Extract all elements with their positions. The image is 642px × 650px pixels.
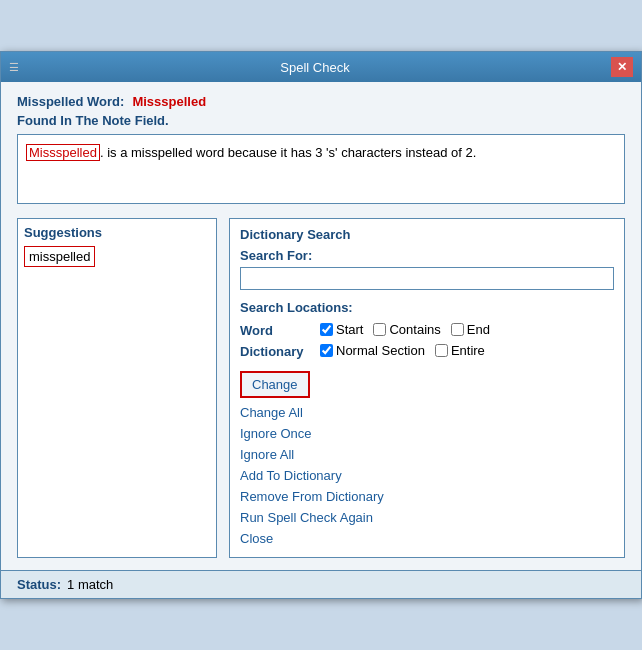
suggestion-item[interactable]: misspelled xyxy=(24,246,95,267)
remove-from-dictionary-button[interactable]: Remove From Dictionary xyxy=(240,486,614,507)
found-in-label: Found In The Note Field. xyxy=(17,113,625,128)
search-input[interactable] xyxy=(240,267,614,290)
word-end-label: End xyxy=(467,322,490,337)
search-grid: Word Start Contains End xyxy=(240,321,614,359)
word-contains-checkbox[interactable] xyxy=(373,323,386,336)
search-for-label: Search For: xyxy=(240,248,614,263)
dictionary-label: Dictionary xyxy=(240,342,320,359)
change-button[interactable]: Change xyxy=(240,371,310,398)
dictionary-search-title: Dictionary Search xyxy=(240,227,614,242)
ignore-all-button[interactable]: Ignore All xyxy=(240,444,614,465)
dictionary-search-panel: Dictionary Search Search For: Search Loc… xyxy=(229,218,625,558)
two-column-layout: Suggestions misspelled Dictionary Search… xyxy=(17,218,625,558)
word-start-label: Start xyxy=(336,322,363,337)
entire-checkbox-label[interactable]: Entire xyxy=(435,343,485,358)
word-checkboxes: Start Contains End xyxy=(320,321,614,338)
close-button[interactable]: Close xyxy=(240,528,614,549)
normal-section-label: Normal Section xyxy=(336,343,425,358)
status-bar: Status: 1 match xyxy=(1,570,641,598)
spell-check-window: ☰ Spell Check ✕ Misspelled Word: Missspe… xyxy=(0,51,642,599)
entire-label: Entire xyxy=(451,343,485,358)
status-label: Status: xyxy=(17,577,61,592)
word-start-checkbox-label[interactable]: Start xyxy=(320,322,363,337)
word-end-checkbox-label[interactable]: End xyxy=(451,322,490,337)
status-value: 1 match xyxy=(67,577,113,592)
explanation-box: Missspelled. is a misspelled word becaus… xyxy=(17,134,625,204)
explanation-text: . is a misspelled word because it has 3 … xyxy=(100,145,476,160)
word-start-checkbox[interactable] xyxy=(320,323,333,336)
title-bar: ☰ Spell Check ✕ xyxy=(1,52,641,82)
add-to-dictionary-button[interactable]: Add To Dictionary xyxy=(240,465,614,486)
misspelled-label: Misspelled Word: xyxy=(17,94,124,109)
misspelled-word: Missspelled xyxy=(132,94,206,109)
entire-checkbox[interactable] xyxy=(435,344,448,357)
ignore-once-button[interactable]: Ignore Once xyxy=(240,423,614,444)
suggestions-title: Suggestions xyxy=(24,225,210,240)
close-window-button[interactable]: ✕ xyxy=(611,57,633,77)
highlighted-word: Missspelled xyxy=(26,144,100,161)
change-all-button[interactable]: Change All xyxy=(240,402,614,423)
window-icon: ☰ xyxy=(9,61,19,74)
word-label: Word xyxy=(240,321,320,338)
search-locations-label: Search Locations: xyxy=(240,300,614,315)
normal-section-checkbox-label[interactable]: Normal Section xyxy=(320,343,425,358)
run-spell-check-button[interactable]: Run Spell Check Again xyxy=(240,507,614,528)
word-contains-label: Contains xyxy=(389,322,440,337)
dict-checkboxes: Normal Section Entire xyxy=(320,342,614,359)
actions-section: Change Change All Ignore Once Ignore All… xyxy=(240,371,614,549)
window-title: Spell Check xyxy=(19,60,611,75)
misspelled-row: Misspelled Word: Missspelled xyxy=(17,94,625,109)
normal-section-checkbox[interactable] xyxy=(320,344,333,357)
word-end-checkbox[interactable] xyxy=(451,323,464,336)
suggestions-panel: Suggestions misspelled xyxy=(17,218,217,558)
main-content: Misspelled Word: Missspelled Found In Th… xyxy=(1,82,641,570)
word-contains-checkbox-label[interactable]: Contains xyxy=(373,322,440,337)
